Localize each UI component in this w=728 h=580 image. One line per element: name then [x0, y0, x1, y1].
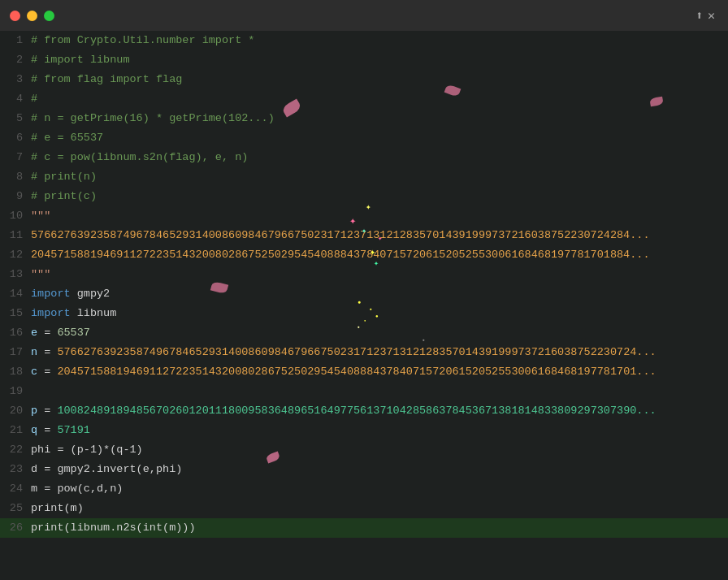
plain-token: =	[37, 346, 57, 358]
plain-token: =	[37, 424, 57, 436]
var-name-token: n	[31, 346, 37, 358]
orange-num-token: 5766276392358749678465293140086098467966…	[57, 346, 656, 358]
comment-token: # e = 65537	[31, 132, 103, 144]
line-content: """	[31, 206, 728, 226]
line-content: # print(c)	[31, 187, 728, 206]
table-row: 2# import libnum	[0, 50, 728, 70]
line-content: d = gmpy2.invert(e,phi)	[31, 460, 728, 479]
line-content: m = pow(c,d,n)	[31, 479, 728, 499]
traffic-lights	[10, 11, 54, 21]
table-row: 16e = 65537	[0, 323, 728, 343]
line-content: # n = getPrime(16) * getPrime(102...)	[31, 109, 728, 128]
table-row: 19	[0, 382, 728, 401]
line-number: 6	[0, 128, 31, 148]
line-number: 7	[0, 148, 31, 167]
plain-token: print(m)	[31, 502, 84, 514]
line-number: 24	[0, 479, 31, 499]
line-content: import gmpy2	[31, 284, 728, 304]
title-icon: ⬆	[696, 8, 703, 24]
comment-token: # print(n)	[31, 171, 97, 183]
code-editor[interactable]: ✦ ✦ ✦ ✦ ✦ ✦ ● ● ● ● ● ● 1# from Crypto.U…	[0, 31, 728, 580]
minimize-button[interactable]	[27, 11, 37, 21]
line-number: 17	[0, 343, 31, 362]
line-content: q = 57191	[31, 421, 728, 440]
line-number: 25	[0, 499, 31, 518]
plain-token: d = gmpy2.invert(e,phi)	[31, 463, 182, 475]
line-content: """	[31, 265, 728, 284]
table-row: 5# n = getPrime(16) * getPrime(102...)	[0, 109, 728, 128]
table-row: 26print(libnum.n2s(int(m)))	[0, 518, 728, 538]
line-number: 2	[0, 50, 31, 70]
line-content: # e = 65537	[31, 128, 728, 148]
line-content: print(m)	[31, 499, 728, 518]
plain-token: phi = (p-1)*(q-1)	[31, 444, 143, 456]
line-number: 19	[0, 382, 31, 401]
line-content: print(libnum.n2s(int(m)))	[31, 518, 728, 538]
orange-num-token: 2045715881946911272235143200802867525029…	[31, 249, 650, 261]
line-number: 13	[0, 265, 31, 284]
keyword-import-token: import	[31, 288, 71, 300]
plain-token: =	[37, 366, 57, 378]
close-button[interactable]	[10, 11, 20, 21]
plain-token: gmpy2	[71, 288, 110, 300]
table-row: 24m = pow(c,d,n)	[0, 479, 728, 499]
line-content: p = 100824891894856702601201118009583648…	[31, 401, 728, 421]
plain-token: =	[37, 405, 57, 417]
line-number: 14	[0, 284, 31, 304]
line-content	[31, 382, 728, 401]
orange-num-token: 2045715881946911272235143200802867525029…	[57, 366, 656, 378]
plain-token: libnum	[71, 307, 117, 319]
code-lines: 1# from Crypto.Util.number import *2# im…	[0, 31, 728, 538]
table-row: 21q = 57191	[0, 421, 728, 440]
line-number: 26	[0, 518, 31, 538]
line-number: 22	[0, 440, 31, 460]
table-row: 1157662763923587496784652931400860984679…	[0, 226, 728, 245]
green-val-token: 1008248918948567026012011180095836489651…	[57, 405, 656, 417]
table-row: 17n = 5766276392358749678465293140086098…	[0, 343, 728, 362]
line-number: 9	[0, 187, 31, 206]
table-row: 7# c = pow(libnum.s2n(flag), e, n)	[0, 148, 728, 167]
comment-token: # print(c)	[31, 190, 97, 202]
line-content: e = 65537	[31, 323, 728, 343]
line-number: 10	[0, 206, 31, 226]
plain-token: m = pow(c,d,n)	[31, 483, 123, 495]
table-row: 3# from flag import flag	[0, 70, 728, 89]
maximize-button[interactable]	[44, 11, 54, 21]
line-number: 1	[0, 31, 31, 50]
table-row: 22phi = (p-1)*(q-1)	[0, 440, 728, 460]
table-row: 23d = gmpy2.invert(e,phi)	[0, 460, 728, 479]
table-row: 6# e = 65537	[0, 128, 728, 148]
docstring-token: """	[31, 268, 50, 280]
line-number: 20	[0, 401, 31, 421]
comment-token: #	[31, 93, 37, 105]
comment-token: # from Crypto.Util.number import *	[31, 34, 254, 46]
line-content: n = 576627639235874967846529314008609846…	[31, 343, 728, 362]
table-row: 25print(m)	[0, 499, 728, 518]
line-number: 3	[0, 70, 31, 89]
table-row: 15import libnum	[0, 304, 728, 323]
line-content: # from flag import flag	[31, 70, 728, 89]
docstring-token: """	[31, 210, 50, 222]
line-number: 8	[0, 167, 31, 187]
table-row: 14import gmpy2	[0, 284, 728, 304]
line-number: 4	[0, 89, 31, 109]
line-content: #	[31, 89, 728, 109]
table-row: 1220457158819469112722351432008028675250…	[0, 245, 728, 265]
var-name-token: q	[31, 424, 37, 436]
table-row: 18c = 2045715881946911272235143200802867…	[0, 362, 728, 382]
table-row: 8# print(n)	[0, 167, 728, 187]
line-content: 5766276392358749678465293140086098467966…	[31, 226, 728, 245]
comment-token: # import libnum	[31, 54, 130, 66]
line-number: 15	[0, 304, 31, 323]
table-row: 1# from Crypto.Util.number import *	[0, 31, 728, 50]
line-content: phi = (p-1)*(q-1)	[31, 440, 728, 460]
var-name-token: c	[31, 366, 37, 378]
line-number: 18	[0, 362, 31, 382]
line-number: 12	[0, 245, 31, 265]
line-content: import libnum	[31, 304, 728, 323]
green-val-token: 57191	[57, 424, 90, 436]
line-content: # c = pow(libnum.s2n(flag), e, n)	[31, 148, 728, 167]
comment-token: # from flag import flag	[31, 73, 182, 85]
line-content: # from Crypto.Util.number import *	[31, 31, 728, 50]
table-row: 20p = 1008248918948567026012011180095836…	[0, 401, 728, 421]
